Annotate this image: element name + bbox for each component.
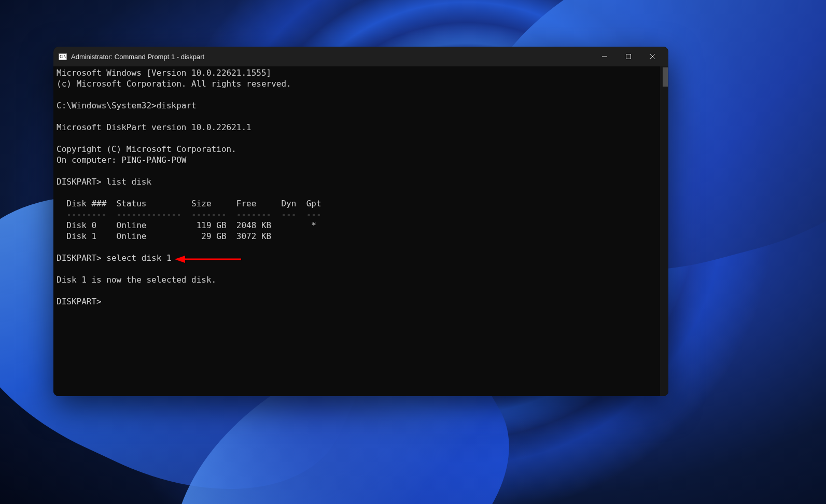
- disk-table-header: Disk ### Status Size Free Dyn Gpt: [57, 199, 321, 208]
- output-line: Disk 1 is now the selected disk.: [57, 275, 216, 285]
- output-line: DISKPART> list disk: [57, 177, 151, 187]
- output-line: C:\Windows\System32>diskpart: [57, 101, 197, 110]
- terminal-output: Microsoft Windows [Version 10.0.22621.15…: [57, 67, 665, 307]
- disk-table-divider: -------- ------------- ------- ------- -…: [57, 209, 321, 219]
- output-line: On computer: PING-PANG-POW: [57, 155, 186, 165]
- scrollbar-thumb[interactable]: [663, 67, 668, 87]
- disk-table-row: Disk 0 Online 119 GB 2048 KB *: [57, 220, 316, 230]
- terminal-body[interactable]: Microsoft Windows [Version 10.0.22621.15…: [53, 66, 668, 396]
- output-line: Microsoft DiskPart version 10.0.22621.1: [57, 122, 251, 132]
- minimize-button[interactable]: [593, 48, 617, 65]
- svg-rect-1: [626, 54, 631, 59]
- command-prompt-window: C:\ Administrator: Command Prompt 1 - di…: [53, 47, 668, 396]
- output-line: (c) Microsoft Corporation. All rights re…: [57, 79, 291, 89]
- scrollbar-track[interactable]: [660, 66, 668, 396]
- prompt-line: DISKPART>: [57, 297, 102, 306]
- title-bar[interactable]: C:\ Administrator: Command Prompt 1 - di…: [53, 47, 668, 66]
- output-line: Copyright (C) Microsoft Corporation.: [57, 144, 236, 154]
- close-button[interactable]: [640, 48, 664, 65]
- window-controls: [593, 48, 664, 65]
- output-line: DISKPART> select disk 1: [57, 253, 172, 263]
- cmd-icon: C:\: [59, 53, 67, 60]
- window-title: Administrator: Command Prompt 1 - diskpa…: [71, 53, 593, 61]
- output-line: Microsoft Windows [Version 10.0.22621.15…: [57, 68, 271, 78]
- disk-table-row: Disk 1 Online 29 GB 3072 KB: [57, 231, 271, 241]
- maximize-button[interactable]: [617, 48, 640, 65]
